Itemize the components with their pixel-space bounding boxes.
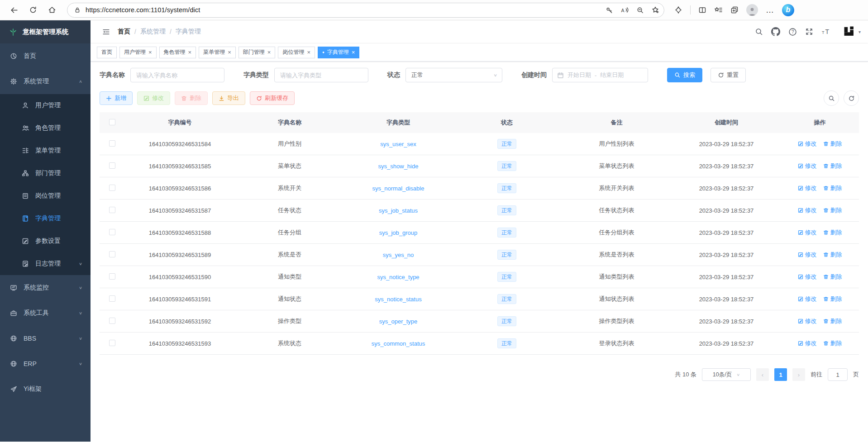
sidebar-item-user[interactable]: 用户管理 [0, 94, 91, 117]
password-key-icon[interactable] [606, 6, 613, 14]
dict-type-link[interactable]: sys_notice_status [375, 296, 421, 303]
row-checkbox[interactable] [109, 185, 115, 191]
sidebar-item-menu[interactable]: 菜单管理 [0, 139, 91, 162]
edit-button[interactable]: 修改 [137, 91, 170, 105]
sidebar-item-param[interactable]: 参数设置 [0, 230, 91, 252]
dict-type-link[interactable]: sys_oper_type [379, 318, 418, 325]
settings-more-icon[interactable]: … [766, 5, 774, 15]
select-all-checkbox[interactable] [109, 119, 115, 125]
sidebar-item-system[interactable]: 系统管理 ∧ [0, 69, 91, 94]
prev-page-button[interactable]: ‹ [756, 368, 769, 381]
collections-icon[interactable] [730, 6, 739, 14]
sidebar-item-log[interactable]: 日志管理 ∨ [0, 252, 91, 275]
goto-page-input[interactable] [828, 368, 848, 381]
header-search-icon[interactable] [755, 28, 763, 36]
sidebar-toggle-icon[interactable] [98, 24, 114, 40]
export-button[interactable]: 导出 [212, 91, 245, 105]
next-page-button[interactable]: › [792, 368, 805, 381]
sidebar-item-monitor[interactable]: 系统监控 ∨ [0, 275, 91, 300]
help-icon[interactable]: ? [788, 28, 797, 36]
close-icon[interactable]: × [148, 49, 152, 56]
sidebar-item-dict[interactable]: 字典管理 [0, 207, 91, 230]
close-icon[interactable]: × [307, 49, 310, 56]
tag-menu[interactable]: 菜单管理× [199, 47, 236, 58]
github-icon[interactable] [771, 27, 780, 36]
fullscreen-icon[interactable] [805, 28, 813, 36]
row-checkbox[interactable] [109, 207, 115, 213]
dict-type-link[interactable]: sys_notice_type [377, 274, 419, 280]
row-checkbox[interactable] [109, 140, 115, 147]
home-icon[interactable] [44, 2, 60, 18]
sidebar-item-erp[interactable]: ERP ∨ [0, 351, 91, 376]
row-checkbox[interactable] [109, 229, 115, 235]
row-edit-button[interactable]: 修改 [798, 251, 817, 259]
row-edit-button[interactable]: 修改 [798, 273, 817, 281]
favorites-icon[interactable] [714, 6, 723, 14]
row-delete-button[interactable]: 删除 [823, 162, 842, 170]
refresh-icon[interactable] [25, 2, 41, 18]
close-icon[interactable]: × [267, 49, 271, 56]
page-size-select[interactable]: 10条/页 ∨ [702, 368, 751, 381]
dict-type-link[interactable]: sys_common_status [372, 340, 425, 347]
close-icon[interactable]: × [188, 49, 192, 56]
row-delete-button[interactable]: 删除 [823, 273, 842, 281]
row-checkbox[interactable] [109, 340, 115, 346]
zoom-out-icon[interactable] [636, 6, 644, 14]
dict-type-link[interactable]: sys_show_hide [378, 163, 419, 170]
toggle-search-button[interactable] [824, 90, 839, 106]
sidebar-item-role[interactable]: 角色管理 [0, 117, 91, 139]
row-edit-button[interactable]: 修改 [798, 228, 817, 237]
row-checkbox[interactable] [109, 251, 115, 257]
split-screen-icon[interactable] [698, 6, 706, 14]
row-edit-button[interactable]: 修改 [798, 162, 817, 170]
url-text[interactable]: https://ccnetcore.com:1101/system/dict [86, 6, 601, 14]
search-button[interactable]: 搜索 [667, 68, 702, 82]
reset-button[interactable]: 重置 [711, 68, 746, 82]
date-range-picker[interactable]: 开始日期 - 结束日期 [552, 68, 648, 82]
close-icon[interactable]: × [352, 49, 355, 56]
tag-home[interactable]: 首页 [97, 47, 117, 58]
tag-user[interactable]: 用户管理× [119, 47, 157, 58]
status-select[interactable]: 正常 ∨ [405, 68, 502, 82]
dict-type-link[interactable]: sys_normal_disable [372, 185, 424, 192]
row-delete-button[interactable]: 删除 [823, 206, 842, 214]
row-edit-button[interactable]: 修改 [798, 295, 817, 303]
tag-role[interactable]: 角色管理× [159, 47, 196, 58]
back-icon[interactable] [6, 2, 22, 18]
dict-type-link[interactable]: sys_job_status [379, 207, 418, 214]
address-bar[interactable]: https://ccnetcore.com:1101/system/dict A [67, 3, 664, 18]
sidebar-item-dept[interactable]: 部门管理 [0, 162, 91, 185]
profile-avatar[interactable] [746, 4, 758, 16]
font-size-icon[interactable]: TT [821, 28, 831, 36]
row-checkbox[interactable] [109, 273, 115, 280]
row-edit-button[interactable]: 修改 [798, 339, 817, 347]
read-aloud-icon[interactable]: A [620, 6, 629, 14]
breadcrumb-home[interactable]: 首页 [118, 28, 130, 36]
row-edit-button[interactable]: 修改 [798, 184, 817, 192]
tag-dept[interactable]: 部门管理× [238, 47, 276, 58]
tag-post[interactable]: 岗位管理× [278, 47, 315, 58]
row-edit-button[interactable]: 修改 [798, 140, 817, 148]
favorite-add-icon[interactable] [651, 6, 659, 14]
sidebar-item-bbs[interactable]: BBS ∨ [0, 326, 91, 351]
refresh-table-button[interactable] [844, 90, 859, 106]
sidebar-item-tools[interactable]: 系统工具 ∨ [0, 300, 91, 326]
dict-type-link[interactable]: sys_yes_no [383, 252, 414, 258]
row-delete-button[interactable]: 删除 [823, 317, 842, 325]
close-icon[interactable]: × [228, 49, 231, 56]
dict-name-input[interactable] [130, 68, 224, 82]
browser-essentials-icon[interactable] [674, 6, 682, 14]
row-delete-button[interactable]: 删除 [823, 184, 842, 192]
user-menu[interactable]: ▾ [843, 25, 861, 38]
dict-type-link[interactable]: sys_user_sex [380, 141, 416, 147]
dict-type-link[interactable]: sys_job_group [379, 229, 418, 236]
row-delete-button[interactable]: 删除 [823, 140, 842, 148]
delete-button[interactable]: 删除 [175, 91, 208, 105]
row-delete-button[interactable]: 删除 [823, 251, 842, 259]
row-checkbox[interactable] [109, 295, 115, 302]
sidebar-item-yi[interactable]: Yi框架 [0, 376, 91, 402]
sidebar-item-home[interactable]: 首页 [0, 43, 91, 69]
dict-type-input[interactable] [274, 68, 368, 82]
page-1-button[interactable]: 1 [774, 368, 787, 381]
row-delete-button[interactable]: 删除 [823, 339, 842, 347]
